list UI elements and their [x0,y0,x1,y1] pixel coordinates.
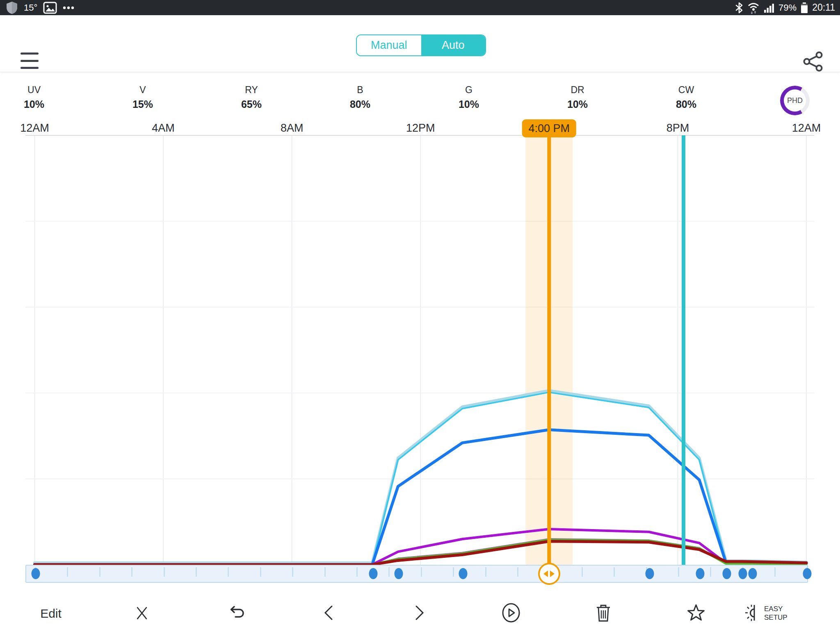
channel-b[interactable]: B80% [327,84,393,110]
undo-icon [226,605,245,623]
time-cursor-badge[interactable]: 4:00 PM [522,119,577,137]
slider-hour-tick [421,567,422,577]
channel-percent: 80% [327,98,393,110]
schedule-point-dot[interactable] [696,568,704,579]
channel-v[interactable]: V15% [110,84,176,110]
channel-percent: 10% [545,98,610,110]
channel-name: V [110,84,176,96]
status-bar: 15° 79% [0,0,840,15]
channel-percent: 10% [1,98,67,110]
phd-progress-ring[interactable]: PHD [780,86,810,115]
curve-b [35,392,807,564]
slider-hour-tick [228,567,229,577]
status-temperature: 15° [24,2,37,13]
easy-setup-icon [742,603,760,624]
next-icon [414,604,426,623]
easy-setup-label: EASY SETUP [764,605,794,622]
schedule-point-dot[interactable] [459,568,468,579]
schedule-point-dot[interactable] [748,568,757,579]
channel-name: B [327,84,393,96]
time-label-8am: 8AM [281,122,304,135]
channel-cw[interactable]: CW80% [653,84,719,110]
cursor-highlight-band [525,135,573,565]
channel-g[interactable]: G10% [436,84,502,110]
favorite-button[interactable] [687,597,705,630]
bluetooth-icon [735,2,743,14]
schedule-point-dot[interactable] [31,568,40,579]
previous-button[interactable] [322,597,334,630]
favorite-icon [687,603,705,624]
slider-hour-tick [614,567,615,577]
channel-name: G [436,84,502,96]
slider-hour-tick [517,567,518,577]
curve-g [35,540,807,565]
delete-button[interactable] [595,597,612,630]
schedule-point-dot[interactable] [803,568,811,579]
close-button[interactable] [134,597,150,630]
channel-row: UV10%V15%RY65%B80%G10%DR10%CW80%PHD [0,72,840,121]
image-icon [43,2,57,14]
slider-hour-tick [678,567,679,577]
slider-hour-tick [131,567,132,577]
slider-hour-tick [485,567,486,577]
share-icon[interactable] [803,51,823,72]
channel-percent: 15% [110,98,176,110]
schedule-point-dot[interactable] [645,568,654,579]
wifi-icon [747,2,760,14]
channel-name: UV [1,84,67,96]
time-label-12am: 12AM [792,122,821,135]
slider-hour-tick [324,567,326,577]
slider-hour-tick [292,567,293,577]
slider-hour-tick [582,567,583,577]
easy-setup-button[interactable]: EASY SETUP [742,597,794,630]
schedule-point-dot[interactable] [739,568,747,579]
handle-right-arrow-icon [550,571,555,577]
play-icon [501,602,521,625]
channel-uv[interactable]: UV10% [1,84,67,110]
slider-hour-tick [356,567,358,577]
slider-hour-tick [260,567,261,577]
channel-name: RY [219,84,284,96]
play-button[interactable] [501,597,521,630]
menu-icon[interactable] [21,52,39,69]
curve-v [35,529,807,565]
battery-icon [801,2,808,14]
manual-mode-button[interactable]: Manual [357,35,421,55]
slider-hour-tick [164,567,165,577]
schedule-point-dot[interactable] [722,568,731,579]
channel-ry[interactable]: RY65% [219,84,284,110]
channel-name: CW [653,84,719,96]
curve-cw [35,390,807,563]
channel-percent: 80% [653,98,719,110]
delete-icon [595,603,612,624]
schedule-point-dot[interactable] [369,568,377,579]
phd-label: PHD [784,89,806,112]
time-label-8pm: 8PM [667,122,689,135]
slider-hour-tick [196,567,197,577]
shield-icon [6,1,18,14]
schedule-point-dot[interactable] [395,568,403,579]
edit-button[interactable]: Edit [40,597,62,630]
app-bar: Manual Auto [0,15,840,72]
slider-hour-tick [99,567,100,577]
channel-dr[interactable]: DR10% [545,84,610,110]
undo-button[interactable] [226,597,245,630]
curve-dr [35,541,807,565]
timeline-slider[interactable] [25,565,808,583]
time-cursor-handle[interactable] [538,563,560,585]
time-label-12am: 12AM [20,122,49,135]
auto-mode-button[interactable]: Auto [421,35,486,55]
channel-name: DR [545,84,610,96]
signal-icon [764,2,774,13]
slider-hour-tick [388,567,390,577]
channel-percent: 65% [219,98,284,110]
status-clock: 20:11 [812,2,835,13]
close-icon [134,605,150,623]
slider-hour-tick [774,567,776,577]
slider-hour-tick [67,567,68,577]
next-button[interactable] [414,597,426,630]
edit-label: Edit [40,607,62,621]
mode-toggle: Manual Auto [356,34,486,56]
slider-hour-tick [710,567,711,577]
curve-uv [35,539,807,565]
